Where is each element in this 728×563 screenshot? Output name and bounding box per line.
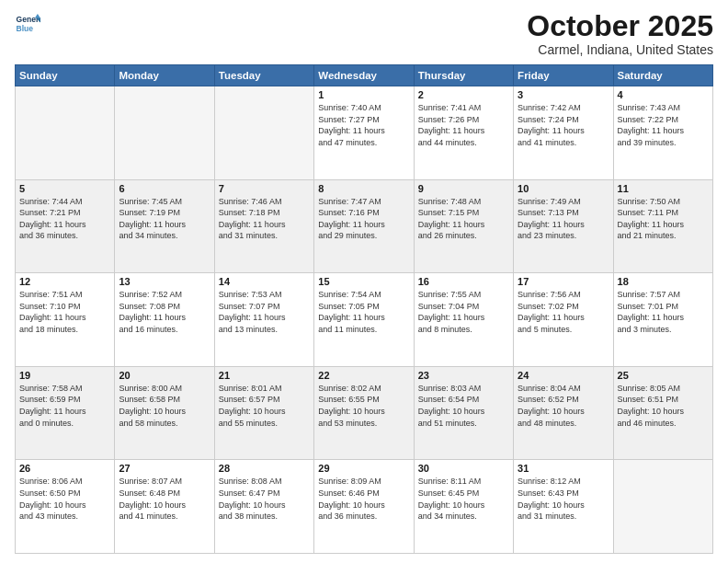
- day-info: Sunrise: 7:56 AM Sunset: 7:02 PM Dayligh…: [518, 289, 609, 335]
- calendar-cell: 25Sunrise: 8:05 AM Sunset: 6:51 PM Dayli…: [613, 366, 712, 460]
- day-info: Sunrise: 8:02 AM Sunset: 6:55 PM Dayligh…: [318, 383, 409, 429]
- day-info: Sunrise: 8:09 AM Sunset: 6:46 PM Dayligh…: [318, 476, 409, 522]
- day-info: Sunrise: 8:05 AM Sunset: 6:51 PM Dayligh…: [618, 383, 709, 429]
- week-row-4: 26Sunrise: 8:06 AM Sunset: 6:50 PM Dayli…: [16, 460, 713, 554]
- week-row-1: 5Sunrise: 7:44 AM Sunset: 7:21 PM Daylig…: [16, 179, 713, 273]
- calendar-cell: [115, 86, 214, 180]
- calendar-cell: 24Sunrise: 8:04 AM Sunset: 6:52 PM Dayli…: [514, 366, 613, 460]
- calendar-cell: 10Sunrise: 7:49 AM Sunset: 7:13 PM Dayli…: [514, 179, 613, 273]
- calendar-cell: 19Sunrise: 7:58 AM Sunset: 6:59 PM Dayli…: [16, 366, 115, 460]
- calendar: Sunday Monday Tuesday Wednesday Thursday…: [15, 64, 713, 554]
- calendar-cell: [613, 460, 712, 554]
- day-number: 16: [418, 276, 509, 287]
- day-info: Sunrise: 8:08 AM Sunset: 6:47 PM Dayligh…: [219, 476, 310, 522]
- day-number: 23: [418, 370, 509, 381]
- logo: General Blue: [15, 11, 40, 37]
- day-info: Sunrise: 7:46 AM Sunset: 7:18 PM Dayligh…: [219, 196, 310, 242]
- day-info: Sunrise: 8:00 AM Sunset: 6:58 PM Dayligh…: [119, 383, 210, 429]
- day-number: 12: [19, 276, 110, 287]
- calendar-cell: 28Sunrise: 8:08 AM Sunset: 6:47 PM Dayli…: [214, 460, 313, 554]
- day-info: Sunrise: 8:11 AM Sunset: 6:45 PM Dayligh…: [418, 476, 509, 522]
- svg-text:Blue: Blue: [17, 24, 34, 33]
- day-number: 18: [618, 276, 709, 287]
- day-number: 14: [219, 276, 310, 287]
- calendar-cell: 8Sunrise: 7:47 AM Sunset: 7:16 PM Daylig…: [314, 179, 414, 273]
- day-info: Sunrise: 8:06 AM Sunset: 6:50 PM Dayligh…: [19, 476, 110, 522]
- page: General Blue October 2025 Carmel, Indian…: [0, 0, 728, 563]
- day-number: 10: [518, 183, 609, 194]
- day-info: Sunrise: 7:42 AM Sunset: 7:24 PM Dayligh…: [518, 102, 609, 148]
- calendar-cell: 30Sunrise: 8:11 AM Sunset: 6:45 PM Dayli…: [414, 460, 513, 554]
- day-info: Sunrise: 8:03 AM Sunset: 6:54 PM Dayligh…: [418, 383, 509, 429]
- calendar-cell: 5Sunrise: 7:44 AM Sunset: 7:21 PM Daylig…: [16, 179, 115, 273]
- day-info: Sunrise: 7:54 AM Sunset: 7:05 PM Dayligh…: [318, 289, 409, 335]
- calendar-cell: 31Sunrise: 8:12 AM Sunset: 6:43 PM Dayli…: [514, 460, 613, 554]
- day-info: Sunrise: 8:07 AM Sunset: 6:48 PM Dayligh…: [119, 476, 210, 522]
- calendar-cell: 26Sunrise: 8:06 AM Sunset: 6:50 PM Dayli…: [16, 460, 115, 554]
- calendar-cell: 3Sunrise: 7:42 AM Sunset: 7:24 PM Daylig…: [514, 86, 613, 180]
- location: Carmel, Indiana, United States: [527, 42, 713, 57]
- day-number: 11: [618, 183, 709, 194]
- col-sunday: Sunday: [16, 65, 115, 86]
- day-number: 28: [219, 463, 310, 474]
- day-number: 22: [318, 370, 409, 381]
- day-number: 3: [518, 89, 609, 100]
- day-info: Sunrise: 7:47 AM Sunset: 7:16 PM Dayligh…: [318, 196, 409, 242]
- col-thursday: Thursday: [414, 65, 513, 86]
- calendar-cell: 15Sunrise: 7:54 AM Sunset: 7:05 PM Dayli…: [314, 273, 414, 367]
- day-info: Sunrise: 7:41 AM Sunset: 7:26 PM Dayligh…: [418, 102, 509, 148]
- day-info: Sunrise: 7:51 AM Sunset: 7:10 PM Dayligh…: [19, 289, 110, 335]
- calendar-cell: [214, 86, 313, 180]
- calendar-cell: 16Sunrise: 7:55 AM Sunset: 7:04 PM Dayli…: [414, 273, 513, 367]
- day-info: Sunrise: 7:49 AM Sunset: 7:13 PM Dayligh…: [518, 196, 609, 242]
- day-number: 2: [418, 89, 509, 100]
- header: General Blue October 2025 Carmel, Indian…: [15, 11, 713, 57]
- day-info: Sunrise: 7:48 AM Sunset: 7:15 PM Dayligh…: [418, 196, 509, 242]
- day-info: Sunrise: 7:44 AM Sunset: 7:21 PM Dayligh…: [19, 196, 110, 242]
- day-info: Sunrise: 8:01 AM Sunset: 6:57 PM Dayligh…: [219, 383, 310, 429]
- day-number: 26: [19, 463, 110, 474]
- calendar-cell: 9Sunrise: 7:48 AM Sunset: 7:15 PM Daylig…: [414, 179, 513, 273]
- day-number: 13: [119, 276, 210, 287]
- day-number: 21: [219, 370, 310, 381]
- day-number: 9: [418, 183, 509, 194]
- day-number: 29: [318, 463, 409, 474]
- day-number: 20: [119, 370, 210, 381]
- day-number: 19: [19, 370, 110, 381]
- calendar-cell: 27Sunrise: 8:07 AM Sunset: 6:48 PM Dayli…: [115, 460, 214, 554]
- week-row-0: 1Sunrise: 7:40 AM Sunset: 7:27 PM Daylig…: [16, 86, 713, 180]
- day-number: 25: [618, 370, 709, 381]
- day-info: Sunrise: 7:55 AM Sunset: 7:04 PM Dayligh…: [418, 289, 509, 335]
- day-number: 6: [119, 183, 210, 194]
- day-info: Sunrise: 7:43 AM Sunset: 7:22 PM Dayligh…: [618, 102, 709, 148]
- day-number: 24: [518, 370, 609, 381]
- calendar-cell: 7Sunrise: 7:46 AM Sunset: 7:18 PM Daylig…: [214, 179, 313, 273]
- day-number: 17: [518, 276, 609, 287]
- day-number: 5: [19, 183, 110, 194]
- day-info: Sunrise: 7:58 AM Sunset: 6:59 PM Dayligh…: [19, 383, 110, 429]
- calendar-cell: 20Sunrise: 8:00 AM Sunset: 6:58 PM Dayli…: [115, 366, 214, 460]
- day-number: 30: [418, 463, 509, 474]
- col-tuesday: Tuesday: [214, 65, 313, 86]
- day-info: Sunrise: 7:40 AM Sunset: 7:27 PM Dayligh…: [318, 102, 409, 148]
- day-info: Sunrise: 7:52 AM Sunset: 7:08 PM Dayligh…: [119, 289, 210, 335]
- header-row: Sunday Monday Tuesday Wednesday Thursday…: [16, 65, 713, 86]
- calendar-cell: 11Sunrise: 7:50 AM Sunset: 7:11 PM Dayli…: [613, 179, 712, 273]
- calendar-cell: 6Sunrise: 7:45 AM Sunset: 7:19 PM Daylig…: [115, 179, 214, 273]
- col-friday: Friday: [514, 65, 613, 86]
- day-info: Sunrise: 8:04 AM Sunset: 6:52 PM Dayligh…: [518, 383, 609, 429]
- day-info: Sunrise: 7:45 AM Sunset: 7:19 PM Dayligh…: [119, 196, 210, 242]
- calendar-cell: 17Sunrise: 7:56 AM Sunset: 7:02 PM Dayli…: [514, 273, 613, 367]
- calendar-cell: 13Sunrise: 7:52 AM Sunset: 7:08 PM Dayli…: [115, 273, 214, 367]
- calendar-cell: 22Sunrise: 8:02 AM Sunset: 6:55 PM Dayli…: [314, 366, 414, 460]
- day-number: 8: [318, 183, 409, 194]
- calendar-cell: 14Sunrise: 7:53 AM Sunset: 7:07 PM Dayli…: [214, 273, 313, 367]
- calendar-cell: 1Sunrise: 7:40 AM Sunset: 7:27 PM Daylig…: [314, 86, 414, 180]
- day-number: 31: [518, 463, 609, 474]
- calendar-cell: 18Sunrise: 7:57 AM Sunset: 7:01 PM Dayli…: [613, 273, 712, 367]
- col-saturday: Saturday: [613, 65, 712, 86]
- day-info: Sunrise: 7:50 AM Sunset: 7:11 PM Dayligh…: [618, 196, 709, 242]
- day-info: Sunrise: 7:53 AM Sunset: 7:07 PM Dayligh…: [219, 289, 310, 335]
- week-row-2: 12Sunrise: 7:51 AM Sunset: 7:10 PM Dayli…: [16, 273, 713, 367]
- day-info: Sunrise: 7:57 AM Sunset: 7:01 PM Dayligh…: [618, 289, 709, 335]
